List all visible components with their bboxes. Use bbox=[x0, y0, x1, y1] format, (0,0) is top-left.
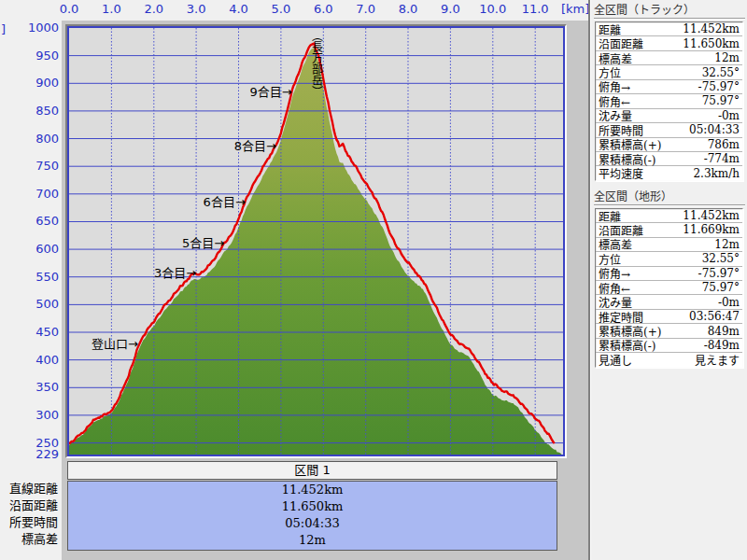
y-tick-label: 600 bbox=[0, 242, 59, 256]
info-row-label: 俯角← bbox=[599, 93, 630, 109]
info-box-track: 距離11.452km沿面距離11.650km標高差12m方位32.55°俯角→-… bbox=[595, 21, 743, 181]
info-row-label: 俯角→ bbox=[599, 78, 630, 94]
info-row-value: 12m bbox=[714, 238, 740, 251]
y-tick-label: 700 bbox=[0, 187, 59, 201]
info-row: 推定時間03:56:47 bbox=[596, 310, 742, 324]
info-row-label: 推定時間 bbox=[599, 309, 643, 325]
section-table-values: 11.452km11.650km05:04:3312m bbox=[67, 481, 557, 551]
info-row-value: 11.452km bbox=[683, 22, 740, 35]
section-table-row-labels: 直線距離沿面距離所要時間標高差 bbox=[0, 481, 58, 548]
info-row: 距離11.452km bbox=[596, 22, 742, 36]
info-row-value: -774m bbox=[704, 152, 740, 165]
x-tick-label: 3.0 bbox=[175, 2, 218, 16]
section-row-label: 標高差 bbox=[0, 531, 58, 548]
info-row-value: 32.55° bbox=[702, 66, 740, 79]
x-tick-label: 10.0 bbox=[472, 2, 514, 16]
y-tick-label: 950 bbox=[0, 49, 59, 63]
section-value: 05:04:33 bbox=[68, 515, 557, 532]
elevation-graph-panel: ] 0.01.02.03.04.05.06.07.08.09.010.011.0… bbox=[0, 0, 588, 560]
info-row-label: 平均速度 bbox=[599, 165, 643, 181]
y-tick-label: 650 bbox=[0, 214, 59, 228]
info-row-label: 俯角← bbox=[599, 280, 630, 296]
info-row-label: 沈み量 bbox=[599, 294, 632, 310]
section-value: 12m bbox=[68, 532, 557, 549]
info-row-value: 2.3km/h bbox=[693, 167, 740, 180]
info-row-label: 累積標高(+) bbox=[599, 136, 661, 152]
info-row-label: 累積標高(+) bbox=[599, 323, 661, 339]
trail-point-label: 6合目→ bbox=[204, 192, 246, 210]
info-row: 沿面距離11.669km bbox=[596, 223, 742, 237]
info-row-value: 75.97° bbox=[702, 94, 740, 107]
section-row-label: 沿面距離 bbox=[0, 497, 58, 514]
section-table-header: 区間 1 bbox=[67, 461, 557, 480]
y-tick-label: 400 bbox=[0, 353, 59, 367]
info-row-value: 32.55° bbox=[702, 252, 740, 265]
section-row-label: 所要時間 bbox=[0, 514, 58, 531]
info-row: 俯角→-75.97° bbox=[596, 267, 742, 281]
info-row-label: 方位 bbox=[599, 251, 621, 267]
info-row: 俯角→-75.97° bbox=[596, 80, 742, 94]
info-row-value: 05:04:33 bbox=[689, 123, 740, 136]
trail-point-label: 9合目→ bbox=[250, 82, 292, 100]
y-tick-label: 300 bbox=[0, 408, 59, 422]
x-tick-label: 0.0 bbox=[48, 2, 91, 16]
section-value: 11.452km bbox=[68, 482, 557, 498]
info-row-value: 11.452km bbox=[683, 209, 740, 222]
x-tick-label: 1.0 bbox=[90, 2, 133, 16]
x-tick-label: 7.0 bbox=[345, 2, 388, 16]
info-row-value: -75.97° bbox=[698, 267, 740, 280]
y-tick-label: 450 bbox=[0, 325, 59, 339]
info-row-value: -0m bbox=[718, 296, 740, 309]
info-row: 平均速度2.3km/h bbox=[596, 166, 742, 179]
info-row-label: 距離 bbox=[599, 208, 621, 224]
info-row: 俯角←75.97° bbox=[596, 281, 742, 295]
info-row: 沈み量-0m bbox=[596, 295, 742, 309]
info-row-value: 12m bbox=[714, 51, 740, 64]
info-row: 所要時間05:04:33 bbox=[596, 123, 742, 137]
info-row: 沈み量-0m bbox=[596, 109, 742, 123]
y-tick-label: 500 bbox=[0, 297, 59, 311]
x-tick-label: 8.0 bbox=[387, 2, 430, 16]
y-tick-label: 350 bbox=[0, 380, 59, 394]
info-row-value: 11.669km bbox=[683, 223, 740, 236]
y-tick-label: 750 bbox=[0, 159, 59, 173]
section-gap bbox=[591, 181, 747, 187]
y-tick-label: 1000 bbox=[0, 21, 59, 35]
trail-point-label: 登山口→ bbox=[92, 334, 138, 352]
y-tick-label: 850 bbox=[0, 104, 59, 118]
info-row: 方位32.55° bbox=[596, 65, 742, 79]
info-row: 距離11.452km bbox=[596, 209, 742, 223]
info-row: 累積標高(+)786m bbox=[596, 138, 742, 152]
info-row: 俯角←75.97° bbox=[596, 94, 742, 108]
info-row-label: 所要時間 bbox=[599, 122, 643, 138]
info-row: 累積標高(-)-774m bbox=[596, 152, 742, 166]
x-tick-label: 6.0 bbox=[302, 2, 345, 16]
info-row-label: 距離 bbox=[599, 21, 621, 37]
track-info-panel: 全区間（トラック） 距離11.452km沿面距離11.650km標高差12m方位… bbox=[591, 0, 747, 560]
info-row-value: 786m bbox=[708, 138, 740, 151]
info-row-label: 標高差 bbox=[599, 236, 632, 252]
trail-point-label: 3合目→ bbox=[154, 263, 196, 281]
info-row-value: -849m bbox=[704, 339, 740, 352]
info-row-value: -75.97° bbox=[698, 80, 740, 93]
x-tick-label: 4.0 bbox=[218, 2, 261, 16]
y-tick-label: 550 bbox=[0, 270, 59, 284]
info-row: 標高差12m bbox=[596, 51, 742, 65]
info-row: 方位32.55° bbox=[596, 252, 742, 266]
info-row: 累積標高(+)849m bbox=[596, 324, 742, 338]
info-row-label: 沿面距離 bbox=[599, 222, 643, 238]
info-row-value: 75.97° bbox=[702, 281, 740, 294]
info-row: 沿面距離11.650km bbox=[596, 36, 742, 50]
x-tick-label: 9.0 bbox=[429, 2, 472, 16]
y-tick-label: 800 bbox=[0, 132, 59, 146]
info-row-value: 見えます bbox=[695, 352, 740, 368]
info-row-value: 849m bbox=[708, 325, 740, 338]
section-row-label: 直線距離 bbox=[0, 481, 58, 497]
section-title-terrain: 全区間（地形） bbox=[594, 188, 745, 205]
x-tick-label: 2.0 bbox=[133, 2, 176, 16]
y-tick-label: 900 bbox=[0, 76, 59, 90]
info-row: 累積標高(-)-849m bbox=[596, 339, 742, 353]
info-row-label: 沈み量 bbox=[599, 107, 632, 123]
info-row-label: 累積標高(-) bbox=[599, 337, 655, 353]
info-row-value: 03:56:47 bbox=[689, 310, 740, 323]
